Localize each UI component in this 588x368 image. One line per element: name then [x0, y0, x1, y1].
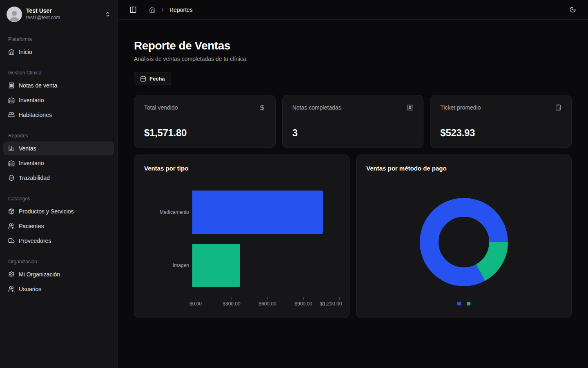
legend-dot-green [467, 302, 470, 305]
page-title: Reporte de Ventas [134, 39, 572, 52]
bar-imagen[interactable] [192, 244, 240, 287]
date-filter-button[interactable]: Fecha [134, 72, 171, 85]
sidebar-item-inventario-reporte[interactable]: Inventario [3, 156, 114, 170]
nav-group-gestion-clinica: Gestión Clínica Notas de venta Inventari… [3, 68, 114, 122]
date-filter-label: Fecha [149, 76, 165, 82]
sidebar-item-habitaciones[interactable]: Habitaciones [3, 108, 114, 122]
stat-value: $523.93 [440, 127, 561, 139]
bar-category-label: Imagen [144, 244, 192, 287]
donut-legend [366, 302, 561, 305]
users-icon [8, 223, 15, 229]
house-icon [8, 49, 15, 55]
stat-card-notas-completadas: Notas completadas 3 [282, 95, 424, 148]
bar-row-medicamento: Medicamento [144, 191, 339, 234]
sidebar-item-label: Pacientes [19, 223, 44, 229]
group-label: Catálogos [3, 194, 114, 204]
receipt-icon [407, 104, 413, 111]
divider [144, 7, 144, 13]
sidebar-item-trazabilidad[interactable]: Trazabilidad [3, 171, 114, 185]
moon-icon [569, 6, 576, 13]
group-label: Gestión Clínica [3, 68, 114, 78]
sidebar-item-label: Trazabilidad [19, 175, 50, 181]
stat-label: Total vendido [144, 104, 178, 111]
theme-toggle-button[interactable] [567, 4, 578, 16]
users-icon [8, 286, 15, 292]
calendar-icon [140, 76, 146, 82]
bar-row-imagen: Imagen [144, 244, 339, 287]
page-content: Reporte de Ventas Análisis de ventas com… [118, 20, 588, 318]
warehouse-icon [8, 160, 15, 166]
sidebar-item-label: Usuarios [19, 286, 41, 292]
sidebar-item-proveedores[interactable]: Proveedores [3, 234, 114, 248]
stat-card-total-vendido: Total vendido $1,571.80 [134, 95, 276, 148]
receipt-icon [8, 82, 15, 89]
home-icon [149, 7, 156, 13]
sidebar-item-notas-de-venta[interactable]: Notas de venta [3, 79, 114, 92]
chevrons-up-down-icon [105, 11, 111, 17]
nav-group-plataforma: Plataforma Inicio [3, 34, 114, 59]
shield-check-icon [8, 175, 15, 181]
sidebar-item-productos-y-servicios[interactable]: Productos y Servicios [3, 204, 114, 218]
sidebar-item-inicio[interactable]: Inicio [3, 45, 114, 59]
sidebar-item-ventas[interactable]: Ventas [3, 141, 114, 155]
truck-icon [8, 238, 15, 244]
donut-chart-title: Ventas por método de pago [366, 165, 561, 172]
bar-track [192, 191, 339, 234]
breadcrumb: Reportes [149, 7, 193, 13]
stat-value: $1,571.80 [144, 127, 265, 139]
breadcrumb-home-link[interactable] [149, 7, 156, 13]
main-area: Reportes Reporte de Ventas Análisis de v… [118, 0, 588, 368]
stat-card-ticket-promedio: Ticket promedio $523.93 [430, 95, 572, 148]
user-menu-trigger[interactable]: Test User test1@test.com [3, 3, 114, 25]
x-axis: $0.00 $300.00 $600.00 $900.00 $1,200.00 [196, 297, 339, 309]
sidebar-item-label: Inicio [19, 49, 32, 55]
bar-medicamento[interactable] [192, 191, 323, 234]
bar-chart: Medicamento Imagen $0.00 $300.00 [144, 191, 339, 309]
sidebar-item-label: Notas de venta [19, 82, 57, 89]
sidebar-item-usuarios[interactable]: Usuarios [3, 282, 114, 296]
chevron-right-icon [160, 7, 165, 13]
stat-value: 3 [292, 127, 414, 139]
dollar-sign-icon [259, 104, 265, 111]
sidebar: Test User test1@test.com Plataforma Inic… [0, 0, 118, 368]
warehouse-icon [8, 97, 15, 103]
sidebar-item-label: Inventario [19, 97, 44, 103]
group-label: Organización [3, 257, 114, 267]
sidebar-toggle-button[interactable] [127, 4, 139, 16]
user-silhouette-icon [7, 8, 21, 22]
avatar [7, 7, 22, 22]
calculator-icon [555, 104, 561, 111]
sidebar-item-label: Productos y Servicios [19, 208, 74, 215]
bar-chart-card: Ventas por tipo Medicamento Imagen [134, 155, 350, 318]
chart-column-icon [8, 145, 15, 152]
nav-group-catalogos: Catálogos Productos y Servicios Paciente… [3, 194, 114, 248]
page-subtitle: Análisis de ventas completadas de tu clí… [134, 56, 572, 62]
legend-dot-blue [457, 302, 461, 305]
sidebar-item-label: Proveedores [19, 238, 51, 244]
nav-group-organizacion: Organización Mi Organización Usuarios [3, 257, 114, 296]
bed-double-icon [8, 112, 15, 118]
stat-label: Notas completadas [292, 104, 341, 111]
stat-label: Ticket promedio [440, 104, 481, 111]
sidebar-item-label: Ventas [19, 145, 36, 152]
nav-group-reportes: Reportes Ventas Inventario Trazabilidad [3, 131, 114, 185]
group-label: Plataforma [3, 34, 114, 44]
user-name: Test User [26, 7, 101, 15]
topbar: Reportes [118, 0, 588, 20]
breadcrumb-current-page: Reportes [169, 7, 193, 13]
bar-chart-title: Ventas por tipo [144, 165, 339, 172]
sidebar-item-label: Mi Organización [19, 271, 60, 278]
panel-left-icon [129, 6, 137, 13]
bar-category-label: Medicamento [144, 191, 192, 234]
sidebar-item-label: Inventario [19, 160, 44, 166]
bar-track [192, 244, 339, 287]
sidebar-item-label: Habitaciones [19, 112, 52, 118]
group-label: Reportes [3, 131, 114, 141]
sidebar-item-mi-organizacion[interactable]: Mi Organización [3, 267, 114, 281]
sidebar-item-inventario[interactable]: Inventario [3, 93, 114, 107]
donut-chart [366, 198, 561, 286]
sidebar-item-pacientes[interactable]: Pacientes [3, 219, 114, 233]
stats-row: Total vendido $1,571.80 Notas completada… [134, 95, 572, 148]
charts-row: Ventas por tipo Medicamento Imagen [134, 155, 572, 318]
package-icon [8, 208, 15, 215]
